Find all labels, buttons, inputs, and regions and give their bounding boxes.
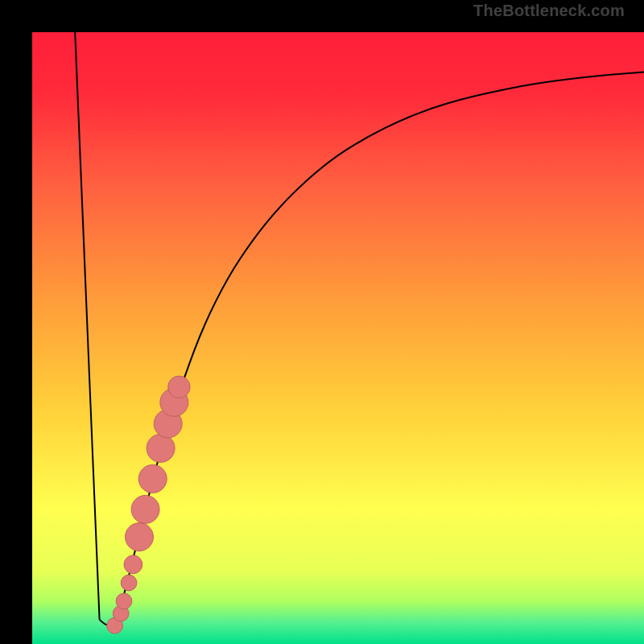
marker-dot (121, 575, 137, 591)
marker-dot (147, 434, 175, 462)
marker-dot (138, 464, 167, 493)
plot-frame (0, 0, 644, 644)
gradient-background (32, 32, 644, 644)
attribution-label: TheBottleneck.com (473, 2, 625, 20)
marker-dot (126, 523, 154, 551)
marker-dot (124, 555, 142, 574)
marker-dot (131, 495, 159, 523)
marker-dot (168, 376, 190, 398)
plot-area (32, 32, 644, 644)
marker-dot (116, 593, 132, 609)
chart-svg (32, 32, 644, 644)
